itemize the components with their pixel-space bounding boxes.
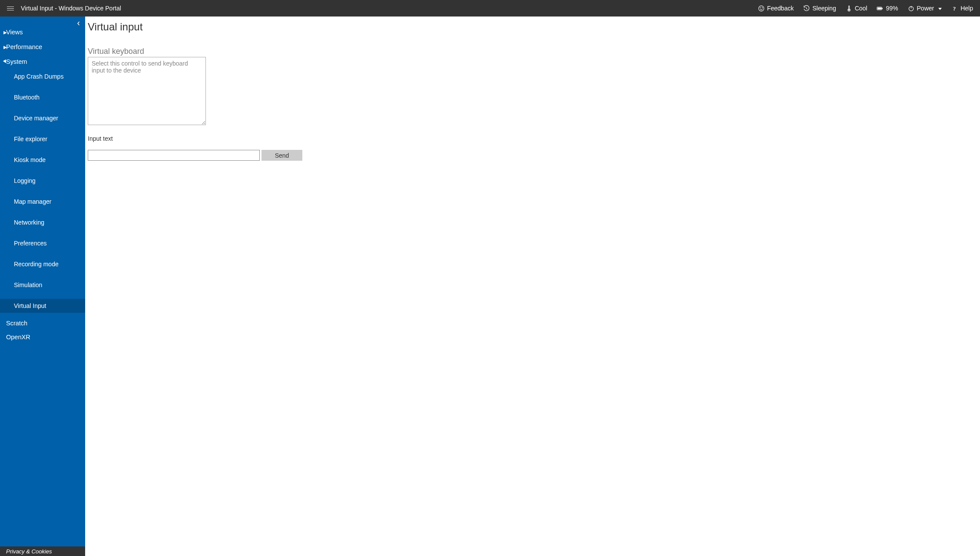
topbar-items: Feedback Sleeping Cool 99%	[758, 5, 973, 12]
nav-item-networking[interactable]: Networking	[0, 215, 85, 229]
nav-item-virtual-input[interactable]: Virtual Input	[0, 299, 85, 313]
nav-group-performance[interactable]: ▶ Performance	[0, 42, 85, 52]
topbar: Virtual Input - Windows Device Portal Fe…	[0, 0, 980, 17]
input-text-field[interactable]	[88, 150, 260, 161]
nav-group-label: Performance	[6, 43, 42, 50]
help-label: Help	[960, 5, 973, 12]
nav-item-device-manager[interactable]: Device manager	[0, 111, 85, 125]
battery-icon	[877, 5, 883, 12]
svg-point-3	[848, 9, 849, 10]
nav-item-openxr[interactable]: OpenXR	[0, 332, 85, 342]
sleeping-label: Sleeping	[812, 5, 836, 12]
input-text-label: Input text	[88, 135, 980, 142]
chevron-left-icon	[76, 21, 81, 26]
question-icon: ?	[951, 5, 958, 12]
thermometer-icon	[846, 5, 852, 12]
caret-down-icon	[938, 8, 942, 10]
svg-point-0	[758, 6, 764, 11]
nav-item-map-manager[interactable]: Map manager	[0, 195, 85, 208]
nav-item-preferences[interactable]: Preferences	[0, 236, 85, 250]
sleeping-status[interactable]: Sleeping	[803, 5, 836, 12]
nav-group-views[interactable]: ▶ Views	[0, 27, 85, 37]
nav-item-app-crash-dumps[interactable]: App Crash Dumps	[0, 70, 85, 83]
page-title: Virtual input	[88, 21, 980, 33]
app-title: Virtual Input - Windows Device Portal	[21, 5, 121, 12]
privacy-cookies-link[interactable]: Privacy & Cookies	[0, 546, 85, 556]
nav-item-kiosk-mode[interactable]: Kiosk mode	[0, 153, 85, 167]
nav: ▶ Views ▶ Performance ▶ System App Crash…	[0, 17, 85, 546]
nav-group-system[interactable]: ▶ System	[0, 56, 85, 67]
help-button[interactable]: ? Help	[951, 5, 973, 12]
nav-item-recording-mode[interactable]: Recording mode	[0, 257, 85, 271]
thermal-status[interactable]: Cool	[846, 5, 867, 12]
nav-group-label: Views	[6, 29, 23, 36]
power-label: Power	[917, 5, 934, 12]
main-content: Virtual input Virtual keyboard Input tex…	[85, 17, 980, 556]
svg-point-2	[762, 7, 762, 8]
virtual-keyboard-textarea[interactable]	[88, 57, 206, 125]
virtual-keyboard-label: Virtual keyboard	[88, 47, 980, 56]
svg-rect-6	[882, 7, 883, 9]
feedback-label: Feedback	[767, 5, 794, 12]
feedback-button[interactable]: Feedback	[758, 5, 794, 12]
nav-group-label: System	[6, 58, 27, 65]
clock-back-icon	[803, 5, 810, 12]
smile-icon	[758, 5, 765, 12]
svg-point-1	[760, 7, 760, 8]
power-icon	[908, 5, 914, 12]
send-button[interactable]: Send	[262, 150, 302, 161]
svg-text:?: ?	[953, 5, 956, 12]
nav-item-simulation[interactable]: Simulation	[0, 278, 85, 292]
cool-label: Cool	[855, 5, 867, 12]
battery-status[interactable]: 99%	[877, 5, 898, 12]
battery-label: 99%	[886, 5, 898, 12]
hamburger-menu-icon[interactable]	[7, 5, 14, 11]
nav-item-logging[interactable]: Logging	[0, 174, 85, 188]
sidebar: ▶ Views ▶ Performance ▶ System App Crash…	[0, 17, 85, 556]
nav-item-file-explorer[interactable]: File explorer	[0, 132, 85, 146]
sidebar-collapse-button[interactable]	[75, 19, 83, 29]
nav-item-scratch[interactable]: Scratch	[0, 318, 85, 328]
power-menu[interactable]: Power	[908, 5, 942, 12]
svg-rect-5	[878, 7, 882, 9]
nav-item-bluetooth[interactable]: Bluetooth	[0, 90, 85, 104]
